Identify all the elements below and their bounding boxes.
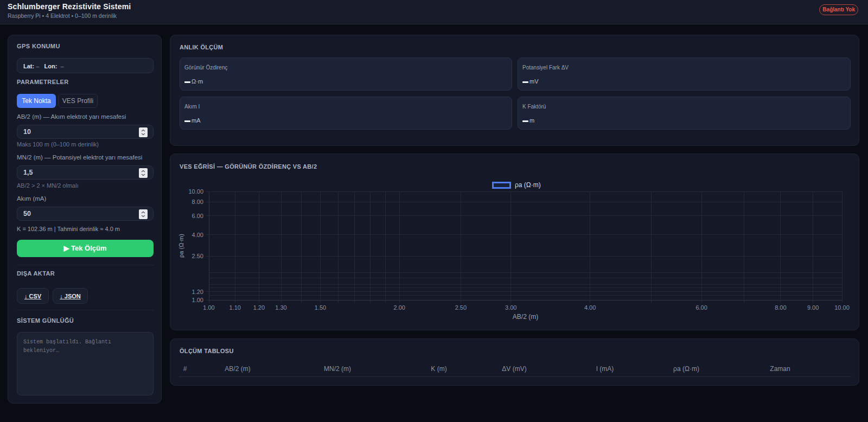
svg-text:1.30: 1.30	[275, 304, 286, 311]
svg-text:1.20: 1.20	[192, 289, 203, 295]
svg-text:10.00: 10.00	[834, 304, 850, 311]
svg-text:2.50: 2.50	[192, 253, 203, 259]
svg-text:3.00: 3.00	[505, 304, 516, 311]
svg-text:1.20: 1.20	[253, 304, 265, 311]
svg-text:1.00: 1.00	[192, 297, 203, 303]
svg-text:6.00: 6.00	[695, 304, 707, 311]
svg-text:9.00: 9.00	[807, 304, 819, 311]
svg-text:4.00: 4.00	[192, 232, 203, 238]
svg-text:8.00: 8.00	[775, 304, 786, 311]
svg-text:ρa (Ω·m): ρa (Ω·m)	[178, 234, 184, 258]
svg-text:AB/2 (m): AB/2 (m)	[513, 313, 538, 321]
svg-text:1.00: 1.00	[203, 304, 214, 311]
svg-text:1.50: 1.50	[315, 304, 326, 311]
svg-text:1.10: 1.10	[229, 304, 241, 311]
svg-text:10.00: 10.00	[188, 188, 203, 195]
svg-text:2.50: 2.50	[455, 304, 467, 311]
svg-text:8.00: 8.00	[192, 199, 203, 205]
svg-text:ρa (Ω·m): ρa (Ω·m)	[515, 181, 541, 189]
svg-text:2.00: 2.00	[394, 304, 405, 311]
svg-text:4.00: 4.00	[584, 304, 596, 311]
svg-text:6.00: 6.00	[192, 213, 203, 219]
